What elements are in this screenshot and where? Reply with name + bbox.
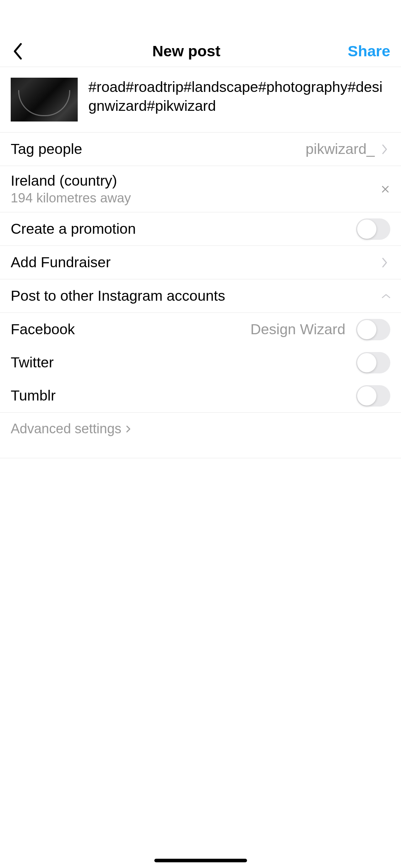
tag-people-row[interactable]: Tag people pikwizard_ bbox=[0, 133, 401, 166]
promotion-toggle[interactable] bbox=[356, 218, 390, 240]
close-icon[interactable] bbox=[380, 184, 390, 194]
advanced-settings-label: Advanced settings bbox=[11, 421, 122, 436]
other-accounts-row[interactable]: Post to other Instagram accounts bbox=[0, 279, 401, 313]
promotion-label: Create a promotion bbox=[11, 221, 136, 237]
location-distance: 194 kilometres away bbox=[11, 191, 131, 206]
fundraiser-row[interactable]: Add Fundraiser bbox=[0, 246, 401, 279]
tumblr-toggle[interactable] bbox=[356, 385, 390, 407]
chevron-right-icon bbox=[382, 258, 390, 267]
chevron-right-icon bbox=[126, 425, 134, 433]
share-button[interactable]: Share bbox=[348, 42, 390, 60]
tag-people-label: Tag people bbox=[11, 141, 82, 157]
chevron-right-icon bbox=[382, 145, 390, 154]
advanced-settings-row[interactable]: Advanced settings bbox=[0, 413, 401, 458]
twitter-row: Twitter bbox=[0, 346, 401, 379]
home-indicator[interactable] bbox=[154, 859, 247, 862]
facebook-value: Design Wizard bbox=[250, 321, 345, 338]
location-name: Ireland (country) bbox=[11, 172, 131, 189]
back-icon[interactable] bbox=[11, 44, 25, 58]
caption-section: #road#roadtrip#landscape#photography#des… bbox=[0, 67, 401, 133]
post-thumbnail[interactable] bbox=[11, 78, 78, 122]
header: New post Share bbox=[0, 36, 401, 67]
page-title: New post bbox=[152, 42, 220, 60]
fundraiser-label: Add Fundraiser bbox=[11, 254, 110, 271]
tumblr-row: Tumblr bbox=[0, 379, 401, 412]
facebook-toggle[interactable] bbox=[356, 319, 390, 340]
caption-text[interactable]: #road#roadtrip#landscape#photography#des… bbox=[88, 78, 390, 116]
promotion-row: Create a promotion bbox=[0, 212, 401, 246]
chevron-up-icon bbox=[382, 292, 390, 300]
location-row[interactable]: Ireland (country) 194 kilometres away bbox=[0, 166, 401, 212]
twitter-toggle[interactable] bbox=[356, 352, 390, 373]
twitter-label: Twitter bbox=[11, 354, 54, 371]
tumblr-label: Tumblr bbox=[11, 387, 56, 404]
other-accounts-label: Post to other Instagram accounts bbox=[11, 288, 225, 304]
facebook-row: Facebook Design Wizard bbox=[0, 313, 401, 346]
facebook-label: Facebook bbox=[11, 321, 75, 338]
tag-people-value: pikwizard_ bbox=[305, 141, 375, 157]
